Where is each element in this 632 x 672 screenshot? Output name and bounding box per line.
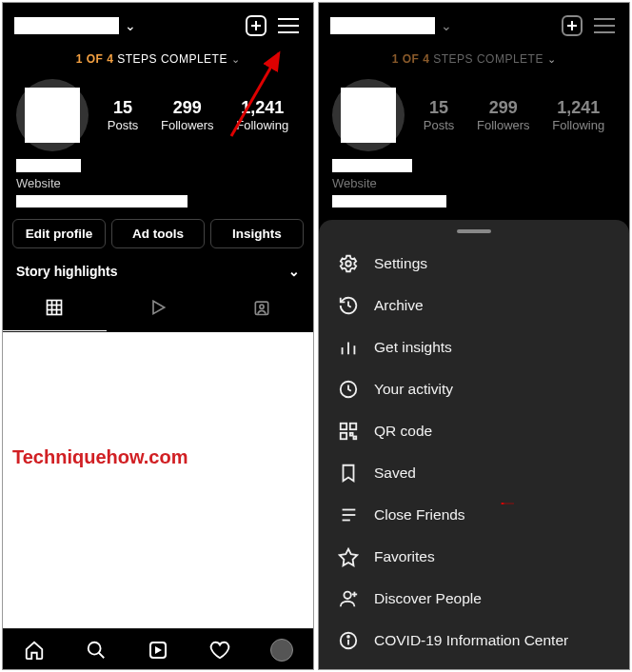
plus-square-icon [562,15,583,36]
svg-rect-20 [354,437,357,440]
menu-close-friends[interactable]: Close Friends [319,494,629,536]
nav-search[interactable] [85,639,108,662]
tab-grid[interactable] [3,288,107,331]
name-redacted [16,159,81,172]
annotation-arrow-close-friends [481,503,538,504]
menu-sheet: Settings Archive Get insights Your activ… [319,220,629,669]
gear-icon [338,253,359,274]
chevron-down-icon[interactable]: ⌄ [125,18,136,33]
create-post-button[interactable] [559,12,585,39]
insights-button[interactable]: Insights [210,219,304,248]
screenshot-right: ⌄ 1 OF 4 STEPS COMPLETE ⌄ 15 Posts 299 F… [318,2,630,670]
hamburger-menu-button[interactable] [591,12,618,39]
list-star-icon [338,504,359,525]
steps-complete-banner[interactable]: 1 OF 4 STEPS COMPLETE ⌄ [3,47,313,75]
link-redacted [332,195,446,208]
chart-icon [338,337,359,358]
profile-tabs [3,288,313,332]
stat-following[interactable]: 1,241 Following [236,98,288,132]
username-redacted [14,17,119,34]
bookmark-icon [338,463,359,484]
nav-home[interactable] [23,639,46,662]
tab-tagged[interactable] [209,288,313,331]
hamburger-menu-button[interactable] [275,12,302,39]
menu-label: Saved [374,464,416,482]
watermark-text: Techniquehow.com [12,446,188,468]
steps-highlight: 1 OF 4 [76,52,114,66]
info-circle-icon [338,630,359,651]
menu-label: Your activity [374,381,453,398]
link-redacted [16,195,188,208]
steps-complete-banner[interactable]: 1 OF 4 STEPS COMPLETE ⌄ [319,47,629,75]
chevron-down-icon: ⌄ [547,53,557,65]
bio-website-label: Website [332,175,616,192]
profile-actions: Edit profile Ad tools Insights [3,213,313,254]
clock-icon [338,379,359,400]
create-post-button[interactable] [243,12,269,39]
profile-stats-row: 15 Posts 299 Followers 1,241 Following [319,75,629,151]
steps-rest: STEPS COMPLETE [117,52,227,66]
sheet-grabber[interactable] [457,229,491,233]
ad-tools-button[interactable]: Ad tools [111,219,205,248]
story-highlights-header[interactable]: Story highlights ⌄ [3,254,313,288]
menu-icon [278,18,299,33]
stat-following[interactable]: 1,241 Following [552,98,604,132]
chevron-down-icon: ⌄ [288,264,300,279]
chevron-down-icon[interactable]: ⌄ [441,18,452,33]
menu-discover-people[interactable]: Discover People [319,578,629,620]
screenshot-left: ⌄ 1 OF 4 STEPS COMPLETE ⌄ 15 Posts 299 F… [2,2,314,670]
steps-highlight: 1 OF 4 [392,52,430,66]
menu-label: Get insights [374,339,452,356]
qr-icon [338,421,359,442]
stat-posts[interactable]: 15 Posts [108,98,139,132]
svg-point-32 [347,636,349,638]
bottom-nav [3,628,313,669]
plus-square-icon [246,15,267,36]
menu-get-insights[interactable]: Get insights [319,326,629,368]
menu-saved[interactable]: Saved [319,452,629,494]
person-plus-icon [338,588,359,609]
bio-website-label: Website [16,175,300,192]
menu-label: Archive [374,297,424,314]
menu-favorites[interactable]: Favorites [319,536,629,578]
menu-archive[interactable]: Archive [319,285,629,326]
menu-your-activity[interactable]: Your activity [319,368,629,410]
stat-followers[interactable]: 299 Followers [161,98,214,132]
menu-label: Settings [374,255,427,272]
svg-rect-16 [341,424,346,429]
bio-section: Website [319,151,629,213]
star-icon [338,546,359,567]
avatar-icon [270,639,293,662]
avatar-redacted [341,88,396,143]
profile-avatar[interactable] [332,79,405,151]
menu-qr-code[interactable]: QR code [319,410,629,452]
menu-settings[interactable]: Settings [319,243,629,285]
tab-reels[interactable] [107,288,210,331]
bio-section: Website [3,151,313,213]
menu-covid-info[interactable]: COVID-19 Information Center [319,620,629,662]
svg-point-7 [260,305,264,308]
name-redacted [332,159,412,172]
nav-activity[interactable] [208,639,231,662]
svg-marker-5 [153,302,165,314]
svg-line-9 [99,653,105,659]
svg-point-8 [89,642,101,655]
stat-followers[interactable]: 299 Followers [477,98,530,132]
edit-profile-button[interactable]: Edit profile [12,219,106,248]
top-bar: ⌄ [319,3,629,47]
nav-reels[interactable] [147,639,169,662]
nav-profile[interactable] [270,639,293,662]
stat-posts[interactable]: 15 Posts [424,98,455,132]
posts-grid: Techniquehow.com [3,332,313,628]
profile-avatar[interactable] [16,79,89,151]
reels-icon [149,642,167,659]
avatar-redacted [25,88,80,143]
top-bar: ⌄ [3,3,313,47]
svg-rect-18 [341,433,346,439]
menu-icon [594,18,615,33]
svg-rect-19 [350,433,353,436]
svg-point-11 [346,261,351,267]
story-highlights-label: Story highlights [16,264,118,279]
svg-rect-17 [350,424,356,429]
menu-label: Close Friends [374,506,465,524]
